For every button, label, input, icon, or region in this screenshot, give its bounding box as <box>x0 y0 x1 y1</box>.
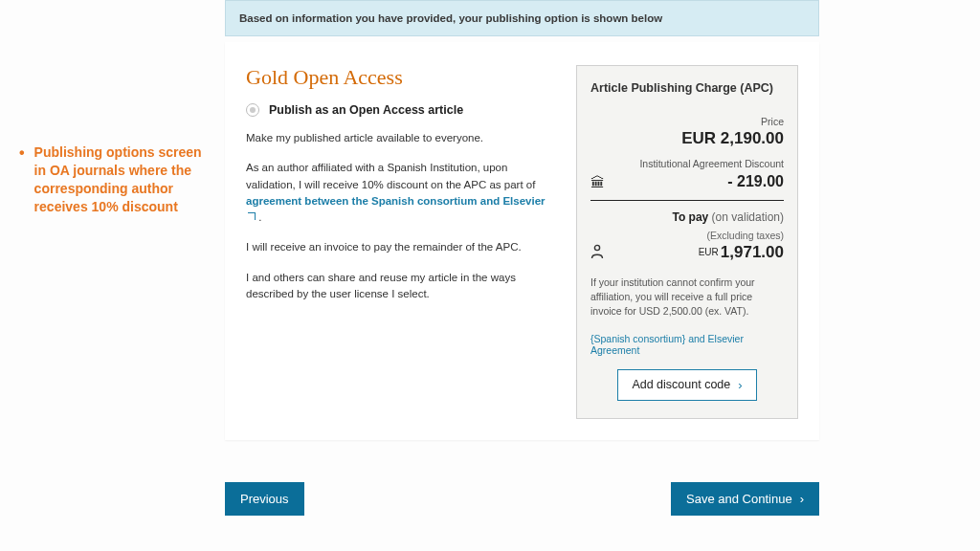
final-price: EUR1,971.00 <box>699 243 784 262</box>
oa-description-2: As an author affiliated with a Spanish I… <box>246 160 553 226</box>
oa-description-4: I and others can share and reuse my arti… <box>246 270 553 303</box>
consortium-agreement-link[interactable]: {Spanish consortium} and Elsevier Agreem… <box>590 333 784 356</box>
price-value: EUR 2,190.00 <box>590 129 784 148</box>
discount-label: Institutional Agreement Discount <box>590 158 784 169</box>
publishing-option-card: Gold Open Access Publish as an Open Acce… <box>225 42 819 440</box>
bullet: • <box>19 145 25 161</box>
institution-icon: 🏛 <box>590 174 605 190</box>
price-label: Price <box>590 116 784 127</box>
publish-oa-label: Publish as an Open Access article <box>269 103 463 117</box>
annotation-text: Publishing options screen in OA journals… <box>34 143 206 216</box>
external-link-icon <box>248 212 256 220</box>
chevron-right-icon: › <box>738 378 742 392</box>
agreement-link-inline[interactable]: agreement between the Spanish consortium… <box>246 195 546 207</box>
discount-value: - 219.00 <box>727 173 784 190</box>
save-continue-button[interactable]: Save and Continue › <box>671 482 819 516</box>
svg-point-0 <box>594 245 599 250</box>
apc-panel: Article Publishing Charge (APC) Price EU… <box>576 65 798 419</box>
oa-description-1: Make my published article available to e… <box>246 130 553 146</box>
oa-description-3: I will receive an invoice to pay the rem… <box>246 239 553 255</box>
excluding-taxes: (Excluding taxes) <box>590 230 784 241</box>
info-banner: Based on information you have provided, … <box>225 0 819 36</box>
slide-annotation: • Publishing options screen in OA journa… <box>19 143 206 216</box>
apc-note: If your institution cannot confirm your … <box>590 276 784 320</box>
gold-open-access-title: Gold Open Access <box>246 65 553 90</box>
person-icon <box>590 244 604 262</box>
publish-oa-option[interactable]: Publish as an Open Access article <box>246 103 553 117</box>
chevron-right-icon: › <box>800 492 804 506</box>
apc-title: Article Publishing Charge (APC) <box>590 81 784 95</box>
to-pay-row: To pay (on validation) <box>590 210 784 224</box>
previous-button[interactable]: Previous <box>225 482 304 516</box>
radio-icon <box>246 103 259 117</box>
divider <box>590 200 784 201</box>
nav-row: Previous Save and Continue › <box>225 482 819 516</box>
add-discount-code-button[interactable]: Add discount code › <box>617 369 756 401</box>
